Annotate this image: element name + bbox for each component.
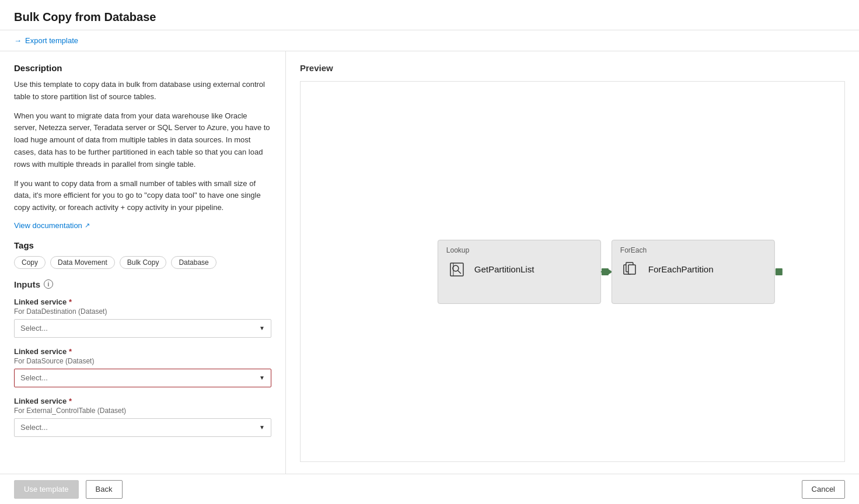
foreach-activity-box: ForEach ForEachPartition <box>612 240 775 304</box>
external-link-icon: ↗ <box>85 222 90 229</box>
svg-rect-0 <box>451 263 463 276</box>
inputs-title: Inputs i <box>14 279 271 289</box>
inputs-info-icon[interactable]: i <box>44 279 53 289</box>
input-sublabel-0: For DataDestination (Dataset) <box>14 307 271 316</box>
chevron-icon-1: ▼ <box>259 374 265 381</box>
preview-canvas: Lookup GetPartitionList <box>300 81 845 462</box>
export-template-link[interactable]: → Export template <box>14 36 845 45</box>
tag-data-movement: Data Movement <box>50 256 115 269</box>
svg-rect-6 <box>628 265 635 274</box>
select-dropdown-1[interactable]: Select...▼ <box>14 369 271 387</box>
cancel-button[interactable]: Cancel <box>802 480 845 499</box>
foreach-box-label: ForEach <box>620 246 766 254</box>
input-group-2: Linked service *For External_ControlTabl… <box>14 397 271 437</box>
input-group-0: Linked service *For DataDestination (Dat… <box>14 298 271 338</box>
page-header: Bulk Copy from Database <box>0 0 859 30</box>
select-dropdown-2[interactable]: Select...▼ <box>14 418 271 437</box>
input-group-1: Linked service *For DataSource (Dataset)… <box>14 347 271 387</box>
foreach-output-dot <box>776 268 783 275</box>
export-bar: → Export template <box>0 30 859 51</box>
left-panel: Description Use this template to copy da… <box>0 51 286 474</box>
preview-title: Preview <box>300 63 845 73</box>
chevron-icon-2: ▼ <box>259 424 265 430</box>
page-title: Bulk Copy from Database <box>14 10 845 24</box>
foreach-icon <box>620 259 641 280</box>
tags-section: Tags CopyData MovementBulk CopyDatabase <box>14 240 271 269</box>
tags-title: Tags <box>14 240 271 250</box>
view-documentation-link[interactable]: View documentation ↗ <box>14 221 90 230</box>
lookup-box-label: Lookup <box>446 246 592 254</box>
tag-copy: Copy <box>14 256 46 269</box>
description-para3: If you want to copy data from a small nu… <box>14 178 271 214</box>
main-content: Description Use this template to copy da… <box>0 51 859 474</box>
input-label-2: Linked service * <box>14 397 271 405</box>
pipeline-container: Lookup GetPartitionList <box>438 240 775 304</box>
tags-list: CopyData MovementBulk CopyDatabase <box>14 256 271 269</box>
input-label-0: Linked service * <box>14 298 271 306</box>
input-sublabel-2: For External_ControlTable (Dataset) <box>14 407 271 415</box>
lookup-output-dot <box>602 268 609 275</box>
foreach-activity-name: ForEachPartition <box>648 264 714 274</box>
use-template-button[interactable]: Use template <box>14 480 79 499</box>
description-para2: When you want to migrate data from your … <box>14 110 271 171</box>
description-title: Description <box>14 63 271 73</box>
footer-left: Use template Back <box>14 480 123 499</box>
tag-bulk-copy: Bulk Copy <box>120 256 167 269</box>
input-groups-container: Linked service *For DataDestination (Dat… <box>14 298 271 437</box>
input-sublabel-1: For DataSource (Dataset) <box>14 357 271 365</box>
back-button[interactable]: Back <box>86 480 123 499</box>
lookup-activity-box: Lookup GetPartitionList <box>438 240 601 304</box>
lookup-icon <box>446 259 467 280</box>
lookup-activity-name: GetPartitionList <box>474 264 535 274</box>
export-icon: → <box>14 36 22 45</box>
footer: Use template Back Cancel <box>0 474 859 504</box>
chevron-icon-0: ▼ <box>259 325 265 331</box>
select-dropdown-0[interactable]: Select...▼ <box>14 319 271 338</box>
tag-database: Database <box>171 256 216 269</box>
svg-line-2 <box>458 271 461 274</box>
description-para1: Use this template to copy data in bulk f… <box>14 79 271 103</box>
inputs-section: Inputs i Linked service *For DataDestina… <box>14 279 271 437</box>
input-label-1: Linked service * <box>14 347 271 356</box>
right-panel: Preview Lookup <box>286 51 859 474</box>
